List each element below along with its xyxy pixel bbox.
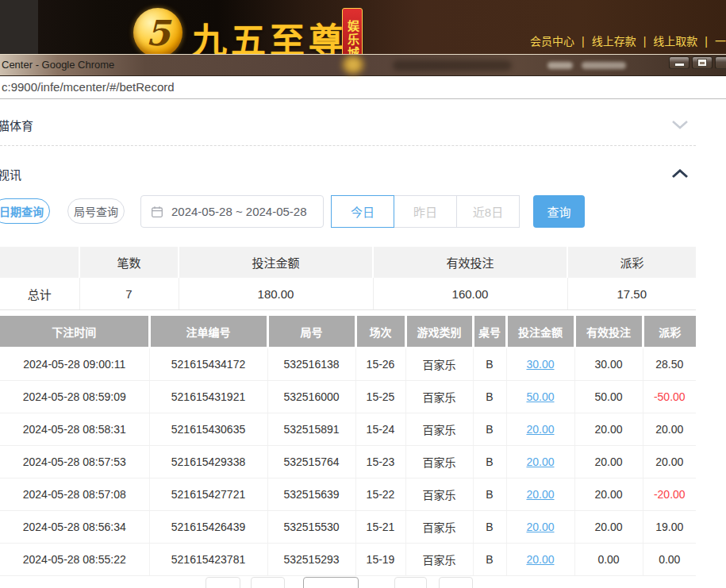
bet-time-cell: 2024-05-28 08:56:34 [0, 511, 149, 544]
bet-time-cell: 2024-05-28 08:55:22 [0, 544, 149, 576]
pagination-current-button[interactable] [303, 577, 359, 588]
table-no-cell: B [473, 381, 506, 413]
maximize-icon [698, 60, 706, 66]
section-divider [0, 145, 696, 146]
summary-col-blank [0, 247, 79, 278]
table-row: 2024-05-28 08:56:34 521615426439 5325155… [0, 511, 696, 544]
blurred-logo-glow [343, 56, 363, 74]
round-no-cell: 532515764 [267, 446, 355, 478]
address-bar[interactable]: c:9900/infe/mcenter/#/betRecord [0, 76, 726, 99]
game-type-cell: 百家乐 [405, 413, 473, 446]
col-round-no: 局号 [267, 316, 355, 348]
total-count: 7 [79, 278, 179, 310]
desktop-strip [0, 0, 38, 54]
section-sports[interactable]: 猫体育 [0, 113, 696, 136]
table-row: 2024-05-28 08:55:22 521615423781 5325152… [0, 544, 696, 576]
pagination-button[interactable] [206, 577, 240, 588]
valid-bet-cell: 20.00 [574, 478, 643, 511]
section-video[interactable]: 视讯 [0, 163, 696, 185]
calendar-icon [151, 206, 163, 218]
col-valid-bet: 有效投注 [574, 316, 643, 348]
bet-amount-link[interactable]: 20.00 [526, 553, 554, 566]
search-button[interactable]: 查询 [533, 195, 585, 228]
payout-cell: 28.50 [643, 348, 696, 381]
window-titlebar[interactable]: Center - Google Chrome [0, 54, 726, 76]
summary-table: 笔数 投注金额 有效投注 派彩 总计 7 180.00 160.00 17.50 [0, 247, 696, 310]
game-type-cell: 百家乐 [405, 381, 473, 413]
nav-member-center-link[interactable]: 会员中心 [530, 35, 574, 48]
chevron-up-icon[interactable] [671, 169, 689, 179]
bet-amount-cell: 20.00 [506, 478, 574, 511]
game-type-cell: 百家乐 [405, 478, 473, 511]
bet-amount-link[interactable]: 30.00 [526, 358, 554, 371]
col-bet-amount: 投注金额 [506, 316, 574, 348]
round-query-tab[interactable]: 局号查询 [67, 198, 125, 224]
close-button[interactable] [715, 56, 726, 69]
bet-time-cell: 2024-05-28 08:58:31 [0, 413, 149, 446]
table-no-cell: B [473, 348, 506, 381]
bet-no-cell: 521615426439 [149, 511, 267, 544]
window-controls [669, 56, 726, 69]
bet-amount-cell: 20.00 [506, 413, 574, 446]
date-range-input[interactable]: 2024-05-28 ~ 2024-05-28 [140, 195, 324, 228]
quick-yesterday-button[interactable]: 昨日 [394, 195, 457, 228]
session-cell: 15-21 [355, 511, 405, 544]
bet-amount-link[interactable]: 50.00 [526, 390, 554, 403]
table-row: 2024-05-28 08:58:31 521615430635 5325158… [0, 413, 696, 446]
payout-cell: 20.00 [643, 413, 696, 446]
pagination-button[interactable] [394, 577, 427, 588]
summary-col-valid-bet: 有效投注 [373, 247, 567, 278]
round-no-cell: 532516000 [267, 381, 355, 413]
logo-monogram: 5 [146, 13, 171, 53]
bet-amount-link[interactable]: 20.00 [526, 423, 554, 436]
blurred-account-text [547, 62, 573, 69]
payout-cell: -50.00 [643, 381, 696, 413]
nav-transfer-link-partial[interactable]: 一 [715, 35, 726, 48]
bet-record-table: 下注时间 注单编号 局号 场次 游戏类别 桌号 投注金额 有效投注 派彩 202… [0, 316, 696, 576]
pagination-button[interactable] [439, 577, 473, 588]
valid-bet-cell: 20.00 [574, 413, 643, 446]
bet-amount-cell: 20.00 [506, 446, 574, 478]
minimize-button[interactable] [669, 56, 690, 69]
nav-withdraw-link[interactable]: 线上取款 [653, 35, 697, 48]
bet-amount-cell: 20.00 [506, 511, 574, 544]
summary-header-row: 笔数 投注金额 有效投注 派彩 [0, 247, 696, 278]
payout-cell: -20.00 [643, 478, 696, 511]
table-no-cell: B [473, 511, 506, 544]
screenshot-stage: 5 九五至尊 娱乐城 会员中心|线上存款|线上取款|一 Center - Goo… [0, 0, 726, 588]
quick-range-group: 今日 昨日 近8日 [331, 195, 520, 228]
bet-time-cell: 2024-05-28 08:57:53 [0, 446, 149, 478]
game-type-cell: 百家乐 [405, 511, 473, 544]
bet-amount-cell: 50.00 [506, 381, 574, 413]
nav-separator: | [705, 35, 708, 48]
bet-amount-link[interactable]: 20.00 [526, 488, 554, 501]
blurred-watermark [393, 60, 512, 71]
bet-no-cell: 521615431921 [149, 381, 267, 413]
quick-today-button[interactable]: 今日 [331, 195, 394, 228]
bet-amount-link[interactable]: 20.00 [526, 521, 554, 533]
total-label: 总计 [0, 278, 79, 310]
quick-8days-button[interactable]: 近8日 [456, 195, 520, 228]
bet-amount-link[interactable]: 20.00 [526, 455, 554, 468]
col-game-type: 游戏类别 [405, 316, 473, 348]
chevron-down-icon[interactable] [671, 120, 689, 129]
date-query-tab[interactable]: 日期查询 [0, 198, 50, 224]
table-no-cell: B [473, 446, 506, 478]
valid-bet-cell: 20.00 [574, 446, 643, 478]
total-payout: 17.50 [567, 278, 696, 310]
summary-col-payout: 派彩 [567, 247, 696, 278]
bet-header-row: 下注时间 注单编号 局号 场次 游戏类别 桌号 投注金额 有效投注 派彩 [0, 316, 696, 348]
pagination-button[interactable] [251, 577, 285, 588]
table-no-cell: B [473, 413, 506, 446]
nav-deposit-link[interactable]: 线上存款 [592, 35, 636, 48]
table-row: 2024-05-28 08:57:53 521615429338 5325157… [0, 446, 696, 478]
session-cell: 15-25 [355, 381, 405, 413]
top-nav: 会员中心|线上存款|线上取款|一 [530, 33, 726, 48]
section-video-label: 视讯 [0, 166, 21, 183]
summary-col-count: 笔数 [79, 247, 179, 278]
total-bet-amount: 180.00 [179, 278, 373, 310]
table-no-cell: B [473, 544, 506, 576]
maximize-button[interactable] [692, 56, 713, 69]
table-row: 2024-05-28 08:59:09 521615431921 5325160… [0, 381, 696, 413]
round-no-cell: 532515639 [267, 478, 355, 511]
